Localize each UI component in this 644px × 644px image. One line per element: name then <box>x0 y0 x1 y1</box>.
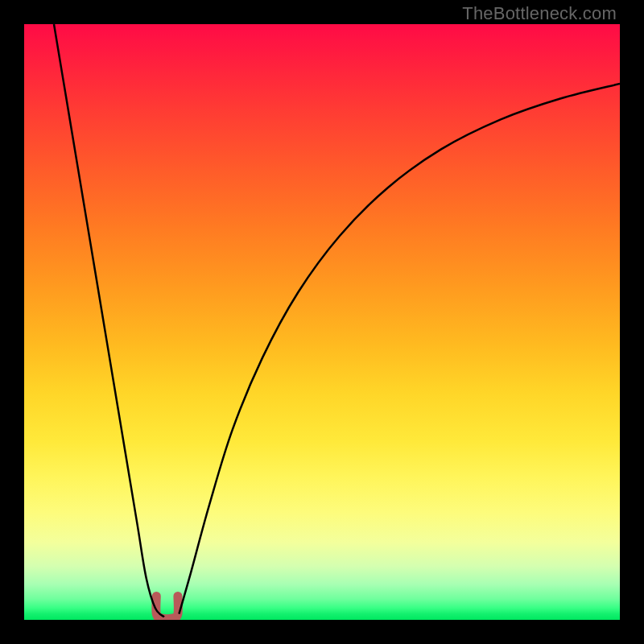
plot-area <box>24 24 620 620</box>
right-branch-line <box>179 84 620 614</box>
left-branch-line <box>54 24 164 617</box>
chart-svg <box>24 24 620 620</box>
watermark-text: TheBottleneck.com <box>462 3 617 24</box>
dip-marker-line <box>156 596 179 618</box>
chart-frame: TheBottleneck.com <box>0 0 644 644</box>
